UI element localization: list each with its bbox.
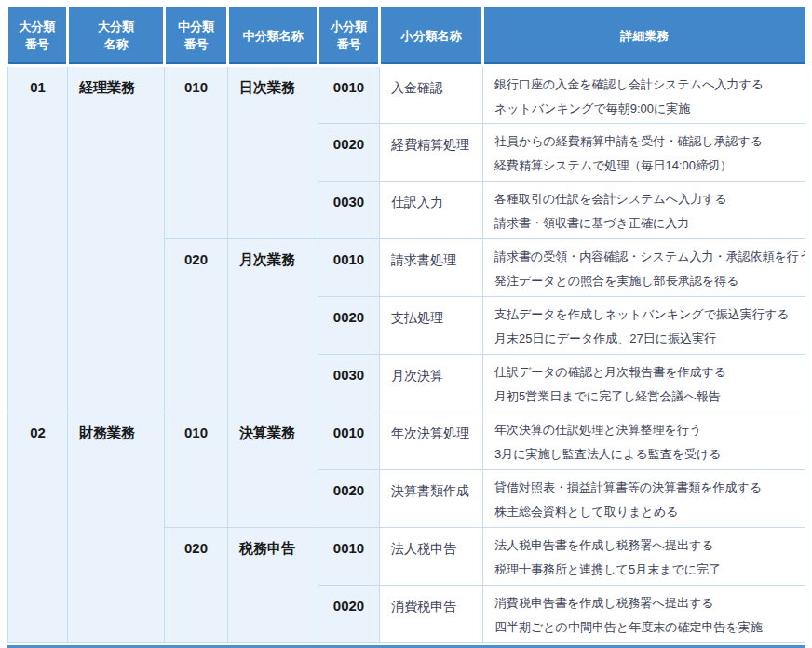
column-header-major-no: 大分類番号: [8, 7, 68, 65]
detail-cell: 銀行口座の入金を確認し会計システムへ入力するネットバンキングで毎朝9:00に実施: [483, 65, 805, 123]
minor-no-cell: 0010: [318, 412, 380, 469]
minor-name-cell: 入金確認: [380, 65, 483, 123]
minor-name-cell: 年次決算処理: [380, 412, 483, 469]
major-no-cell: 02: [8, 412, 68, 642]
detail-line: 経費精算システムで処理（毎日14:00締切）: [494, 154, 797, 178]
detail-cell: 社員からの経費精算申請を受付・確認し承認する経費精算システムで処理（毎日14:0…: [483, 123, 805, 181]
minor-name-cell: 支払処理: [380, 296, 483, 354]
detail-line: 月初5営業日までに完了し経営会議へ報告: [494, 385, 797, 409]
mid-no-cell: 010: [165, 65, 228, 238]
minor-name-cell: 月次決算: [380, 354, 483, 412]
column-header-mid-name: 中分類名称: [228, 7, 318, 65]
minor-no-cell: 0010: [318, 527, 380, 585]
column-header-mid-no: 中分類番号: [165, 7, 228, 65]
mid-name-cell: 月次業務: [228, 238, 318, 412]
major-name-cell: 財務業務: [68, 412, 165, 642]
minor-name-cell: 決算書類作成: [380, 469, 483, 527]
detail-line: 請求書の受領・内容確認・システム入力・承認依頼を行う: [494, 245, 797, 269]
header-row: 大分類番号大分類名称中分類番号中分類名称小分類番号小分類名称詳細業務: [8, 7, 805, 65]
detail-line: 貸借対照表・損益計算書等の決算書類を作成する: [494, 476, 797, 500]
detail-line: 請求書・領収書に基づき正確に入力: [494, 211, 797, 236]
detail-cell: 貸借対照表・損益計算書等の決算書類を作成する株主総会資料として取りまとめる: [483, 469, 805, 527]
business-classification-table: 大分類番号大分類名称中分類番号中分類名称小分類番号小分類名称詳細業務 01経理業…: [7, 7, 805, 643]
table-row: 01経理業務010日次業務0010入金確認銀行口座の入金を確認し会計システムへ入…: [8, 65, 805, 123]
table-row: 02財務業務010決算業務0010年次決算処理年次決算の仕訳処理と決算整理を行う…: [8, 412, 805, 469]
minor-no-cell: 0020: [318, 469, 380, 527]
detail-line: ネットバンキングで毎朝9:00に実施: [494, 97, 797, 121]
mid-name-cell: 税務申告: [228, 527, 318, 642]
column-header-major-name: 大分類名称: [68, 7, 165, 65]
detail-line: 月末25日にデータ作成、27日に振込実行: [494, 327, 797, 351]
minor-no-cell: 0020: [318, 585, 380, 642]
detail-line: 年次決算の仕訳処理と決算整理を行う: [494, 418, 797, 442]
detail-line: 法人税申告書を作成し税務署へ提出する: [494, 533, 797, 558]
detail-cell: 消費税申告書を作成し税務署へ提出する四半期ごとの中間申告と年度末の確定申告を実施: [483, 585, 805, 642]
page: 大分類番号大分類名称中分類番号中分類名称小分類番号小分類名称詳細業務 01経理業…: [0, 0, 812, 648]
minor-no-cell: 0010: [318, 238, 380, 296]
minor-name-cell: 仕訳入力: [380, 181, 483, 238]
minor-no-cell: 0020: [318, 296, 380, 354]
detail-line: 発注データとの照合を実施し部長承認を得る: [494, 269, 797, 293]
detail-cell: 各種取引の仕訳を会計システムへ入力する請求書・領収書に基づき正確に入力: [483, 181, 805, 238]
detail-cell: 年次決算の仕訳処理と決算整理を行う3月に実施し監査法人による監査を受ける: [483, 412, 805, 469]
mid-name-cell: 日次業務: [228, 65, 318, 238]
detail-line: 3月に実施し監査法人による監査を受ける: [494, 442, 797, 466]
minor-no-cell: 0030: [318, 181, 380, 238]
minor-name-cell: 法人税申告: [380, 527, 483, 585]
detail-cell: 法人税申告書を作成し税務署へ提出する税理士事務所と連携して5月末までに完了: [483, 527, 805, 585]
detail-line: 四半期ごとの中間申告と年度末の確定申告を実施: [494, 615, 797, 640]
detail-cell: 仕訳データの確認と月次報告書を作成する月初5営業日までに完了し経営会議へ報告: [483, 354, 805, 412]
detail-line: 税理士事務所と連携して5月末までに完了: [494, 558, 797, 582]
mid-no-cell: 020: [165, 238, 228, 412]
detail-cell: 請求書の受領・内容確認・システム入力・承認依頼を行う発注データとの照合を実施し部…: [483, 238, 805, 296]
column-header-detail: 詳細業務: [483, 7, 805, 65]
table-bottom-bar: [7, 645, 805, 648]
detail-line: 株主総会資料として取りまとめる: [494, 500, 797, 524]
minor-no-cell: 0030: [318, 354, 380, 412]
mid-no-cell: 010: [165, 412, 228, 527]
mid-no-cell: 020: [165, 527, 228, 642]
column-header-minor-name: 小分類名称: [380, 7, 483, 65]
mid-name-cell: 決算業務: [228, 412, 318, 527]
detail-line: 仕訳データの確認と月次報告書を作成する: [494, 360, 797, 385]
major-name-cell: 経理業務: [68, 65, 165, 412]
minor-no-cell: 0010: [318, 65, 380, 123]
detail-line: 銀行口座の入金を確認し会計システムへ入力する: [494, 73, 797, 97]
detail-line: 各種取引の仕訳を会計システムへ入力する: [494, 187, 797, 211]
column-header-minor-no: 小分類番号: [318, 7, 380, 65]
minor-no-cell: 0020: [318, 123, 380, 181]
detail-line: 支払データを作成しネットバンキングで振込実行する: [494, 303, 797, 327]
minor-name-cell: 経費精算処理: [380, 123, 483, 181]
detail-line: 消費税申告書を作成し税務署へ提出する: [494, 591, 797, 615]
detail-cell: 支払データを作成しネットバンキングで振込実行する月末25日にデータ作成、27日に…: [483, 296, 805, 354]
major-no-cell: 01: [8, 65, 68, 412]
detail-line: 社員からの経費精算申請を受付・確認し承認する: [494, 129, 797, 154]
minor-name-cell: 消費税申告: [380, 585, 483, 642]
minor-name-cell: 請求書処理: [380, 238, 483, 296]
table-header: 大分類番号大分類名称中分類番号中分類名称小分類番号小分類名称詳細業務: [8, 7, 805, 65]
table-body: 01経理業務010日次業務0010入金確認銀行口座の入金を確認し会計システムへ入…: [8, 65, 805, 642]
